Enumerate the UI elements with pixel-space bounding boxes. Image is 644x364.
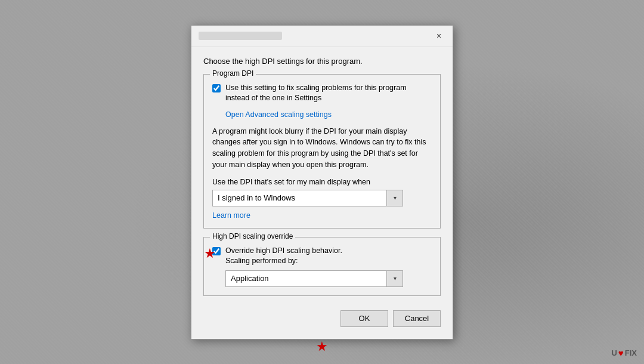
override-checkbox-container: Override high DPI scaling behavior. Scal… — [212, 246, 432, 267]
learn-more-link[interactable]: Learn more — [212, 211, 250, 220]
override-checkbox-row: ★ Override high DPI scaling behavior. Sc… — [212, 246, 432, 267]
scaling-by-label: Scaling performed by: — [225, 257, 298, 265]
scaling-dropdown-wrapper: Application System System (Enhanced) ▾ — [225, 270, 403, 287]
open-advanced-scaling-link[interactable]: Open Advanced scaling settings — [225, 110, 332, 119]
button-row: ★ OK Cancel — [203, 308, 441, 327]
title-bar-text — [199, 32, 282, 40]
program-dpi-label: Program DPI — [210, 69, 256, 78]
watermark-fix: FIX — [625, 348, 637, 357]
program-dpi-checkbox-row: Use this setting to fix scaling problems… — [212, 83, 432, 104]
program-dpi-checkbox[interactable] — [212, 84, 221, 92]
star-annotation-icon-2: ★ — [316, 340, 328, 353]
dialog-content: Choose the high DPI settings for this pr… — [191, 47, 453, 339]
watermark-u: U — [611, 348, 617, 357]
override-label-text: Override high DPI scaling behavior. — [225, 246, 342, 255]
high-dpi-label: High DPI scaling override — [210, 232, 295, 240]
dpi-dropdown-wrapper: I signed in to Windows I open this progr… — [212, 190, 403, 206]
scaling-dropdown[interactable]: Application System System (Enhanced) — [225, 270, 403, 287]
watermark: U ♥ FIX — [611, 348, 637, 358]
dialog-window: × Choose the high DPI settings for this … — [191, 25, 453, 340]
program-dpi-description: A program might look blurry if the DPI f… — [212, 126, 432, 171]
override-checkbox-label[interactable]: Override high DPI scaling behavior. Scal… — [225, 246, 342, 267]
high-dpi-group: High DPI scaling override ★ Override hig… — [203, 237, 441, 296]
ok-button[interactable]: OK — [340, 310, 388, 327]
title-bar: × — [191, 26, 453, 47]
dropdown-label: Use the DPI that's set for my main displ… — [212, 178, 432, 186]
cancel-button[interactable]: Cancel — [393, 310, 441, 327]
watermark-heart-icon: ♥ — [618, 348, 624, 358]
main-title: Choose the high DPI settings for this pr… — [203, 57, 441, 66]
close-button[interactable]: × — [432, 29, 445, 42]
star-annotation-icon-1: ★ — [204, 247, 216, 260]
dpi-dropdown[interactable]: I signed in to Windows I open this progr… — [212, 190, 403, 206]
program-dpi-checkbox-label[interactable]: Use this setting to fix scaling problems… — [225, 83, 432, 104]
program-dpi-group: Program DPI Use this setting to fix scal… — [203, 74, 441, 229]
